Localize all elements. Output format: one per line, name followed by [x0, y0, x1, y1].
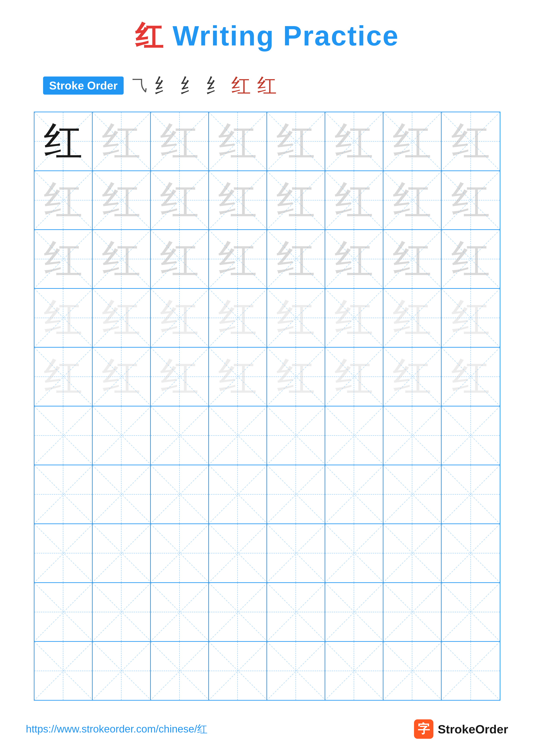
- grid-cell-1-1[interactable]: 红: [35, 112, 93, 171]
- grid-cell-7-7[interactable]: [383, 465, 442, 524]
- grid-cell-10-8[interactable]: [442, 642, 500, 700]
- grid-cell-4-7[interactable]: 红: [383, 289, 442, 347]
- grid-cell-5-8[interactable]: 红: [442, 348, 500, 406]
- grid-cell-5-3[interactable]: 红: [151, 348, 209, 406]
- grid-cell-10-5[interactable]: [267, 642, 325, 700]
- grid-cell-8-7[interactable]: [383, 524, 442, 582]
- grid-cell-4-6[interactable]: 红: [325, 289, 383, 347]
- svg-line-117: [151, 524, 208, 582]
- practice-char-dark: 红: [44, 122, 83, 161]
- grid-cell-5-4[interactable]: 红: [209, 348, 267, 406]
- grid-cell-10-4[interactable]: [209, 642, 267, 700]
- grid-cell-8-6[interactable]: [325, 524, 383, 582]
- grid-cell-5-5[interactable]: 红: [267, 348, 325, 406]
- grid-cell-4-1[interactable]: 红: [35, 289, 93, 347]
- grid-cell-4-8[interactable]: 红: [442, 289, 500, 347]
- grid-cell-7-1[interactable]: [35, 465, 93, 524]
- grid-cell-9-6[interactable]: [325, 583, 383, 641]
- grid-cell-2-4[interactable]: 红: [209, 171, 267, 229]
- grid-cell-8-3[interactable]: [151, 524, 209, 582]
- grid-cell-1-5[interactable]: 红: [267, 112, 325, 171]
- grid-cell-9-3[interactable]: [151, 583, 209, 641]
- grid-cell-9-1[interactable]: [35, 583, 93, 641]
- grid-cell-6-7[interactable]: [383, 406, 442, 465]
- grid-cell-3-2[interactable]: 红: [93, 230, 151, 288]
- grid-cell-8-5[interactable]: [267, 524, 325, 582]
- grid-cell-5-7[interactable]: 红: [383, 348, 442, 406]
- grid-cell-6-6[interactable]: [325, 406, 383, 465]
- grid-cell-3-1[interactable]: 红: [35, 230, 93, 288]
- svg-line-157: [383, 642, 441, 700]
- grid-cell-9-4[interactable]: [209, 583, 267, 641]
- grid-cell-6-2[interactable]: [93, 406, 151, 465]
- grid-cell-2-5[interactable]: 红: [267, 171, 325, 229]
- grid-cell-4-3[interactable]: 红: [151, 289, 209, 347]
- grid-cell-5-1[interactable]: 红: [35, 348, 93, 406]
- grid-cell-4-4[interactable]: 红: [209, 289, 267, 347]
- grid-cell-3-3[interactable]: 红: [151, 230, 209, 288]
- svg-line-153: [267, 642, 325, 700]
- grid-cell-2-2[interactable]: 红: [93, 171, 151, 229]
- grid-cell-2-8[interactable]: 红: [442, 171, 500, 229]
- grid-cell-5-2[interactable]: 红: [93, 348, 151, 406]
- stroke-step-3: 纟: [180, 72, 199, 99]
- grid-cell-8-2[interactable]: [93, 524, 151, 582]
- grid-cell-1-4[interactable]: 红: [209, 112, 267, 171]
- page: 红 Writing Practice Stroke Order ⺄ 纟 纟 纟 …: [0, 0, 534, 756]
- grid-cell-5-6[interactable]: 红: [325, 348, 383, 406]
- grid-cell-3-6[interactable]: 红: [325, 230, 383, 288]
- grid-cell-7-3[interactable]: [151, 465, 209, 524]
- grid-cell-3-8[interactable]: 红: [442, 230, 500, 288]
- grid-cell-8-1[interactable]: [35, 524, 93, 582]
- grid-cell-8-4[interactable]: [209, 524, 267, 582]
- grid-cell-10-6[interactable]: [325, 642, 383, 700]
- grid-cell-6-4[interactable]: [209, 406, 267, 465]
- grid-cell-7-6[interactable]: [325, 465, 383, 524]
- grid-cell-9-2[interactable]: [93, 583, 151, 641]
- grid-cell-9-8[interactable]: [442, 583, 500, 641]
- grid-cell-9-7[interactable]: [383, 583, 442, 641]
- stroke-step-1: ⺄: [132, 75, 147, 96]
- svg-line-107: [325, 465, 383, 524]
- grid-cell-1-2[interactable]: 红: [93, 112, 151, 171]
- svg-line-96: [35, 465, 92, 524]
- stroke-step-5: 红: [231, 72, 251, 99]
- stroke-sequence: ⺄ 纟 纟 纟 红 红: [132, 72, 277, 99]
- grid-cell-6-3[interactable]: [151, 406, 209, 465]
- grid-cell-7-5[interactable]: [267, 465, 325, 524]
- svg-line-136: [267, 583, 325, 641]
- grid-cell-2-6[interactable]: 红: [325, 171, 383, 229]
- grid-cell-2-7[interactable]: 红: [383, 171, 442, 229]
- grid-cell-6-8[interactable]: [442, 406, 500, 465]
- svg-line-147: [93, 642, 150, 700]
- grid-cell-7-2[interactable]: [93, 465, 151, 524]
- svg-line-102: [209, 465, 267, 524]
- title-chinese: 红: [135, 20, 164, 51]
- grid-cell-6-1[interactable]: [35, 406, 93, 465]
- svg-line-92: [383, 406, 441, 465]
- grid-cell-4-5[interactable]: 红: [267, 289, 325, 347]
- svg-line-99: [93, 465, 150, 524]
- svg-line-88: [267, 406, 325, 465]
- grid-cell-3-4[interactable]: 红: [209, 230, 267, 288]
- grid-cell-10-2[interactable]: [93, 642, 151, 700]
- grid-cell-4-2[interactable]: 红: [93, 289, 151, 347]
- grid-cell-8-8[interactable]: [442, 524, 500, 582]
- grid-cell-7-4[interactable]: [209, 465, 267, 524]
- grid-cell-10-3[interactable]: [151, 642, 209, 700]
- grid-cell-10-7[interactable]: [383, 642, 442, 700]
- grid-cell-3-5[interactable]: 红: [267, 230, 325, 288]
- grid-cell-2-1[interactable]: 红: [35, 171, 93, 229]
- grid-cell-3-7[interactable]: 红: [383, 230, 442, 288]
- grid-cell-2-3[interactable]: 红: [151, 171, 209, 229]
- grid-cell-1-6[interactable]: 红: [325, 112, 383, 171]
- grid-cell-1-8[interactable]: 红: [442, 112, 500, 171]
- grid-cell-10-1[interactable]: [35, 642, 93, 700]
- grid-cell-1-3[interactable]: 红: [151, 112, 209, 171]
- svg-line-105: [267, 465, 325, 524]
- grid-cell-9-5[interactable]: [267, 583, 325, 641]
- grid-cell-6-5[interactable]: [267, 406, 325, 465]
- grid-cell-7-8[interactable]: [442, 465, 500, 524]
- grid-cell-1-7[interactable]: 红: [383, 112, 442, 171]
- svg-line-110: [442, 465, 500, 524]
